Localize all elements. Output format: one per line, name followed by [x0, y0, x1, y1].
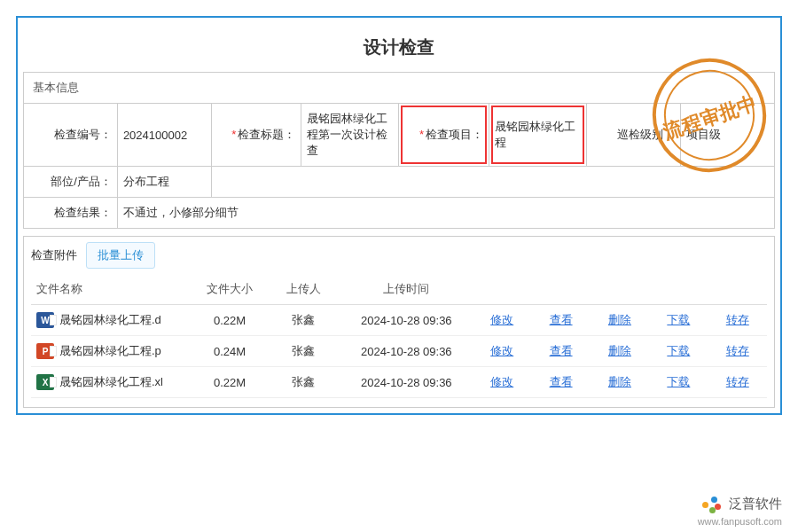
save-as-link[interactable]: 转存 [726, 344, 749, 357]
footer-brand: 泛普软件 www.fanpusoft.com [698, 495, 782, 527]
edit-link[interactable]: 修改 [490, 344, 513, 357]
value-check-title: 晟铭园林绿化工程第一次设计检查 [301, 104, 399, 167]
view-link[interactable]: 查看 [550, 375, 573, 388]
delete-link[interactable]: 删除 [608, 344, 631, 357]
save-as-link[interactable]: 转存 [726, 313, 749, 326]
col-size: 文件大小 [193, 274, 267, 305]
value-patrol-level: 项目级 [681, 104, 775, 167]
edit-link[interactable]: 修改 [490, 375, 513, 388]
label-position-product: 部位/产品： [24, 167, 118, 198]
col-time: 上传时间 [340, 274, 473, 305]
file-size: 0.22M [193, 367, 267, 398]
download-link[interactable]: 下载 [667, 313, 690, 326]
logo-icon [700, 495, 724, 514]
basic-info-table: 检查编号： 2024100002 *检查标题： 晟铭园林绿化工程第一次设计检查 … [23, 103, 775, 229]
value-check-result: 不通过，小修部分细节 [117, 198, 774, 229]
file-time: 2024-10-28 09:36 [340, 336, 473, 367]
file-uploader: 张鑫 [267, 367, 340, 398]
xls-file-icon: X [36, 374, 54, 390]
value-check-project: 晟铭园林绿化工程 [489, 104, 587, 167]
value-position-product: 分布工程 [117, 167, 211, 198]
file-time: 2024-10-28 09:36 [340, 305, 473, 336]
label-patrol-level: 巡检级别： [587, 104, 681, 167]
file-name: 晟铭园林绿化工程.d [59, 312, 161, 328]
label-check-project: *检查项目： [399, 104, 489, 167]
word-file-icon: W [36, 312, 54, 328]
file-uploader: 张鑫 [267, 336, 340, 367]
attachment-section: 检查附件 批量上传 文件名称 文件大小 上传人 上传时间 W晟铭园林绿化工程.d… [23, 236, 775, 408]
file-time: 2024-10-28 09:36 [340, 367, 473, 398]
col-uploader: 上传人 [267, 274, 340, 305]
delete-link[interactable]: 删除 [608, 375, 631, 388]
table-row: W晟铭园林绿化工程.d0.22M张鑫2024-10-28 09:36修改查看删除… [31, 305, 767, 336]
highlight-right [491, 106, 584, 164]
file-name: 晟铭园林绿化工程.p [59, 343, 161, 359]
file-name: 晟铭园林绿化工程.xl [59, 374, 163, 390]
label-check-result: 检查结果： [24, 198, 118, 229]
file-size: 0.22M [193, 305, 267, 336]
main-panel: 设计检查 基本信息 检查编号： 2024100002 *检查标题： 晟铭园林绿化… [16, 16, 782, 415]
basic-info-header: 基本信息 [23, 72, 775, 103]
view-link[interactable]: 查看 [550, 344, 573, 357]
col-name: 文件名称 [31, 274, 193, 305]
footer-url: www.fanpusoft.com [698, 516, 782, 527]
delete-link[interactable]: 删除 [608, 313, 631, 326]
save-as-link[interactable]: 转存 [726, 375, 749, 388]
ppt-file-icon: P [36, 343, 54, 359]
download-link[interactable]: 下载 [667, 344, 690, 357]
page-title: 设计检查 [23, 23, 775, 72]
batch-upload-button[interactable]: 批量上传 [86, 242, 155, 269]
label-check-no: 检查编号： [24, 104, 118, 167]
view-link[interactable]: 查看 [550, 313, 573, 326]
edit-link[interactable]: 修改 [490, 313, 513, 326]
file-uploader: 张鑫 [267, 305, 340, 336]
file-table: 文件名称 文件大小 上传人 上传时间 W晟铭园林绿化工程.d0.22M张鑫202… [31, 274, 767, 398]
download-link[interactable]: 下载 [667, 375, 690, 388]
label-check-title: *检查标题： [211, 104, 301, 167]
value-check-no: 2024100002 [117, 104, 211, 167]
attachment-header: 检查附件 [31, 247, 77, 263]
table-row: P晟铭园林绿化工程.p0.24M张鑫2024-10-28 09:36修改查看删除… [31, 336, 767, 367]
empty-cell [211, 167, 774, 198]
file-size: 0.24M [193, 336, 267, 367]
table-row: X晟铭园林绿化工程.xl0.22M张鑫2024-10-28 09:36修改查看删… [31, 367, 767, 398]
